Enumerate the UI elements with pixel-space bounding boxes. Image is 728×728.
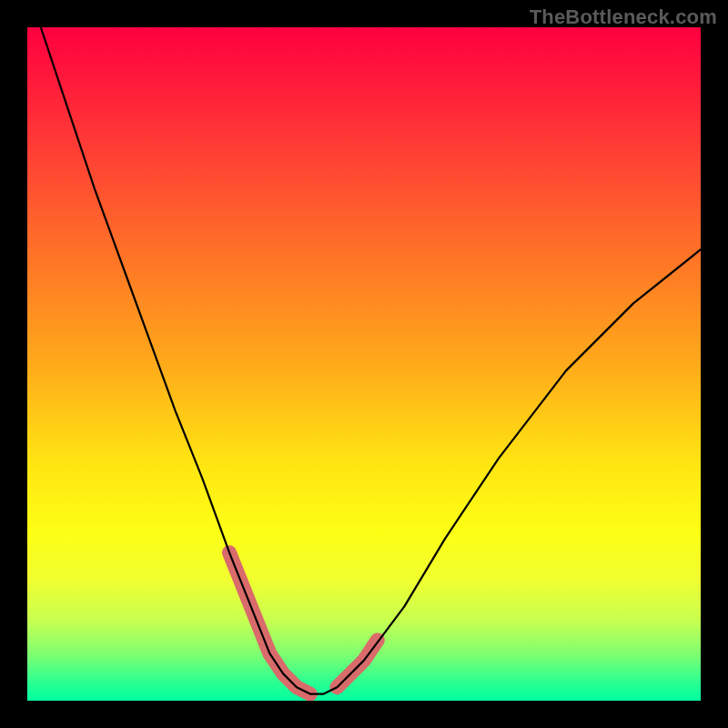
plot-area xyxy=(27,27,701,701)
curve-layer xyxy=(27,27,701,701)
chart-frame: TheBottleneck.com xyxy=(0,0,728,728)
bottleneck-curve xyxy=(41,27,701,694)
watermark-text: TheBottleneck.com xyxy=(530,5,717,29)
highlight-segment-left xyxy=(229,552,310,693)
